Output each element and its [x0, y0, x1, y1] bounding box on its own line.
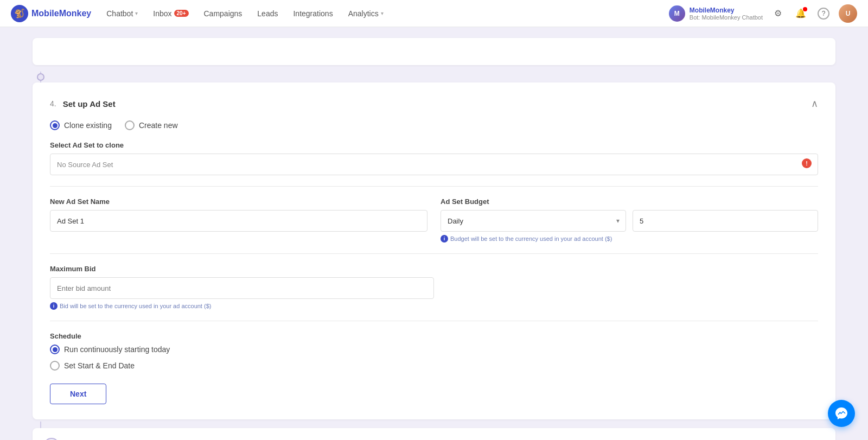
new-name-col: New Ad Set Name	[50, 197, 427, 232]
name-budget-row: New Ad Set Name Ad Set Budget Daily Life…	[50, 197, 818, 243]
nav-integrations-label: Integrations	[293, 9, 333, 18]
svg-text:!: !	[806, 160, 808, 167]
schedule-radio-1[interactable]	[50, 345, 60, 354]
budget-hint-text: Budget will be set to the currency used …	[450, 235, 612, 242]
schedule-label: Schedule	[50, 332, 818, 340]
ad-set-type-radio-group: Clone existing Create new	[50, 120, 818, 130]
settings-button[interactable]: ⚙	[770, 6, 786, 21]
notifications-button[interactable]: 🔔	[793, 6, 808, 21]
new-name-label: New Ad Set Name	[50, 197, 427, 206]
select-ad-set-label: Select Ad Set to clone	[50, 141, 818, 149]
inbox-badge: 20+	[174, 10, 189, 17]
bot-label: Bot: MobileMonkey Chatbot	[690, 14, 763, 21]
avatar[interactable]: U	[839, 4, 857, 23]
step5-left: 5. Create Ad	[43, 438, 119, 440]
brand-name: MobileMonkey	[31, 9, 91, 18]
notification-dot	[803, 7, 807, 11]
step4-number: 4.	[50, 99, 56, 108]
step4-header-left: 4. Set up Ad Set	[50, 99, 116, 109]
gear-icon: ⚙	[774, 8, 782, 18]
schedule-radio-2[interactable]	[50, 361, 60, 371]
help-icon: ?	[818, 8, 829, 20]
step4-title: Set up Ad Set	[63, 99, 116, 109]
divider-2	[50, 253, 818, 254]
connector-line-4-5	[40, 422, 41, 428]
max-bid-section: Maximum Bid i Bid will be set to the cur…	[50, 265, 818, 310]
step5-row: 5. Create Ad ∨	[43, 428, 825, 440]
step4-collapse-button[interactable]: ∧	[811, 98, 818, 110]
nav-campaigns-label: Campaigns	[204, 9, 242, 18]
nav-chatbot[interactable]: Chatbot ▾	[106, 7, 138, 20]
nav-analytics[interactable]: Analytics ▾	[348, 7, 384, 20]
budget-hint: i Budget will be set to the currency use…	[441, 235, 818, 243]
help-button[interactable]: ?	[816, 6, 831, 21]
schedule-section: Schedule Run continuously starting today…	[50, 332, 818, 371]
step4-header: 4. Set up Ad Set ∧	[50, 98, 818, 110]
navbar-right: M MobileMonkey Bot: MobileMonkey Chatbot…	[669, 4, 857, 23]
analytics-chevron-icon: ▾	[381, 10, 384, 16]
divider-3	[50, 321, 818, 321]
error-icon: !	[802, 158, 812, 170]
budget-amount-wrap	[633, 210, 818, 232]
nav-integrations[interactable]: Integrations	[293, 7, 333, 20]
step-dot	[37, 73, 44, 81]
budget-type-select-wrap: Daily Lifetime ▾	[441, 210, 626, 232]
clone-existing-label: Clone existing	[64, 121, 112, 130]
step-connector	[40, 72, 835, 82]
divider-1	[50, 186, 818, 187]
nav-chatbot-label: Chatbot	[106, 9, 133, 18]
select-ad-set-section: Select Ad Set to clone !	[50, 141, 818, 175]
user-info: M MobileMonkey Bot: MobileMonkey Chatbot	[669, 5, 763, 22]
top-partial-card	[33, 38, 835, 65]
clone-existing-radio[interactable]	[50, 120, 60, 130]
step4-container: 4. Set up Ad Set ∧ Clone existing Create…	[33, 82, 835, 419]
budget-col: Ad Set Budget Daily Lifetime ▾	[441, 197, 818, 243]
main-content: 4. Set up Ad Set ∧ Clone existing Create…	[0, 27, 868, 440]
budget-label: Ad Set Budget	[441, 197, 818, 206]
budget-inputs-row: Daily Lifetime ▾	[441, 210, 818, 232]
step5-circle	[43, 438, 60, 440]
user-name: MobileMonkey	[690, 7, 763, 14]
user-account-avatar: M	[669, 5, 685, 22]
clone-existing-option[interactable]: Clone existing	[50, 120, 112, 130]
user-details: MobileMonkey Bot: MobileMonkey Chatbot	[690, 7, 763, 21]
nav-inbox-label: Inbox	[153, 9, 171, 18]
brand-logo[interactable]: 🐒 MobileMonkey	[11, 5, 91, 22]
create-new-radio[interactable]	[125, 120, 135, 130]
brand-icon: 🐒	[11, 5, 28, 22]
new-ad-set-name-input[interactable]	[50, 210, 427, 232]
max-bid-label: Maximum Bid	[50, 265, 818, 273]
create-new-label: Create new	[139, 121, 178, 130]
messenger-float-button[interactable]	[828, 400, 855, 427]
nav-leads-label: Leads	[257, 9, 278, 18]
nav-inbox[interactable]: Inbox 20+	[153, 7, 188, 20]
step4-card: 4. Set up Ad Set ∧ Clone existing Create…	[33, 82, 835, 419]
no-source-input[interactable]	[50, 154, 818, 175]
no-source-input-wrapper: !	[50, 154, 818, 175]
budget-type-select[interactable]: Daily Lifetime	[441, 210, 626, 232]
create-new-option[interactable]: Create new	[125, 120, 178, 130]
max-bid-hint: i Bid will be set to the currency used i…	[50, 302, 818, 310]
nav-campaigns[interactable]: Campaigns	[204, 7, 242, 20]
schedule-option2-label: Set Start & End Date	[64, 361, 135, 370]
max-bid-info-icon: i	[50, 302, 58, 310]
schedule-option1-label: Run continuously starting today	[64, 345, 170, 354]
chatbot-chevron-icon: ▾	[135, 10, 138, 16]
schedule-option2[interactable]: Set Start & End Date	[50, 361, 818, 371]
connector-4-5	[40, 422, 835, 428]
max-bid-input[interactable]	[50, 277, 434, 299]
next-button[interactable]: Next	[50, 384, 106, 404]
schedule-option1[interactable]: Run continuously starting today	[50, 345, 818, 354]
max-bid-hint-text: Bid will be set to the currency used in …	[60, 303, 211, 309]
schedule-options: Run continuously starting today Set Star…	[50, 345, 818, 371]
nav-analytics-label: Analytics	[348, 9, 379, 18]
nav-leads[interactable]: Leads	[257, 7, 278, 20]
step5-container: 5. Create Ad ∨	[33, 428, 835, 440]
budget-amount-input[interactable]	[633, 210, 818, 232]
navbar: 🐒 MobileMonkey Chatbot ▾ Inbox 20+ Campa…	[0, 0, 868, 27]
budget-info-icon: i	[441, 235, 448, 243]
